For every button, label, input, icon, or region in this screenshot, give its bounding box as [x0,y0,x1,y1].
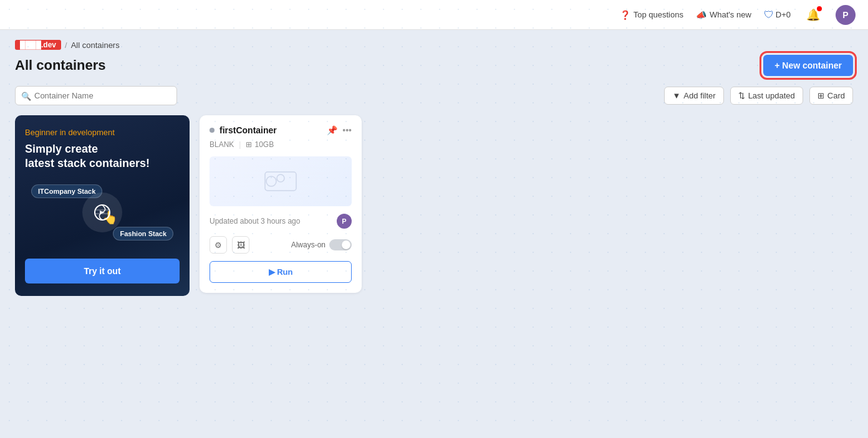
view-button[interactable]: ⊞ Card [809,87,853,105]
container-image [210,156,352,206]
pin-icon[interactable]: 📌 [327,125,337,135]
search-container: 🔍 [15,86,177,105]
filter-bar: 🔍 ▼ Add filter ⇅ Last updated ⊞ Card [15,86,853,105]
top-questions-label: Top questions [634,10,683,19]
shield-icon: 🛡 [764,9,774,21]
user-avatar[interactable]: P [836,5,856,25]
always-on-label: Always-on [291,240,326,249]
try-it-button[interactable]: Try it out [25,259,180,283]
image-tool-icon[interactable]: 🖼 [232,236,249,254]
filter-icon: ▼ [672,91,680,100]
megaphone-icon: 📣 [696,10,706,20]
search-input[interactable] [15,86,177,105]
add-filter-button[interactable]: ▼ Add filter [664,87,723,105]
card-actions: 📌 ••• [327,125,352,135]
whats-new-label: What's new [710,10,751,19]
last-updated-label: Last updated [748,91,795,100]
container-card: firstContainer 📌 ••• BLANK | ⊞ 10GB [200,115,362,293]
status-dot [210,128,215,133]
container-user-avatar: P [337,214,352,229]
sort-icon: ⇅ [738,91,745,100]
add-filter-label: Add filter [683,91,715,100]
updated-text: Updated about 3 hours ago [210,217,300,226]
cards-grid: Beginner in development Simply createlat… [15,115,853,296]
blank-label: BLANK [210,140,234,149]
page-title: All containers [15,57,105,74]
sort-button[interactable]: ⇅ Last updated [730,87,803,105]
container-updated: Updated about 3 hours ago P [210,214,352,229]
svg-point-2 [266,176,276,186]
toggle-thumb [342,240,350,249]
storage-value: 10GB [254,140,274,149]
whats-new-nav[interactable]: 📣 What's new [696,10,751,20]
new-container-button[interactable]: + New container [763,55,853,76]
tool-icons: ⚙ 🖼 [210,236,249,254]
search-icon: 🔍 [21,91,31,100]
d-plus-nav[interactable]: 🛡 D+0 [764,9,791,21]
breadcrumb-org[interactable]: ████.dev [15,40,61,50]
question-icon: ❓ [620,10,630,20]
card-label: Card [827,91,845,100]
storage-icon: ⊞ [246,140,252,149]
promo-illustration: ITCompany Stack Fashion Stack 👆 [25,181,180,244]
grid-icon: ⊞ [817,91,824,100]
d-plus-label: D+0 [776,10,791,19]
meta-separator: | [239,140,241,149]
always-on-toggle[interactable] [329,239,352,250]
run-button[interactable]: ▶ Run [210,261,352,283]
container-card-header: firstContainer 📌 ••• [210,125,352,135]
svg-point-3 [277,174,284,182]
notification-dot [817,6,822,11]
container-name: firstContainer [219,125,277,135]
more-options-icon[interactable]: ••• [342,125,352,135]
top-nav: ❓ Top questions 📣 What's new 🛡 D+0 🔔 P [0,0,868,30]
breadcrumb: ████.dev / All containers [15,40,853,50]
fashion-badge: Fashion Stack [113,227,173,240]
storage-info: ⊞ 10GB [246,140,274,149]
container-title-row: firstContainer [210,125,277,135]
top-questions-nav[interactable]: ❓ Top questions [620,10,683,20]
container-tools: ⚙ 🖼 Always-on [210,236,352,254]
breadcrumb-current[interactable]: All containers [71,40,120,50]
main-content: ████.dev / All containers All containers… [0,30,868,306]
settings-tool-icon[interactable]: ⚙ [210,236,227,254]
notifications-button[interactable]: 🔔 [803,5,823,25]
breadcrumb-separator: / [65,40,67,50]
promo-subtitle: Beginner in development [25,128,180,137]
promo-icon [82,193,122,232]
filter-controls: ▼ Add filter ⇅ Last updated ⊞ Card [664,87,853,105]
always-on-control: Always-on [291,239,352,250]
container-meta: BLANK | ⊞ 10GB [210,140,352,149]
page-header: All containers + New container [15,55,853,76]
promo-card: Beginner in development Simply createlat… [15,115,190,296]
promo-title: Simply createlatest stack containers! [25,142,180,171]
